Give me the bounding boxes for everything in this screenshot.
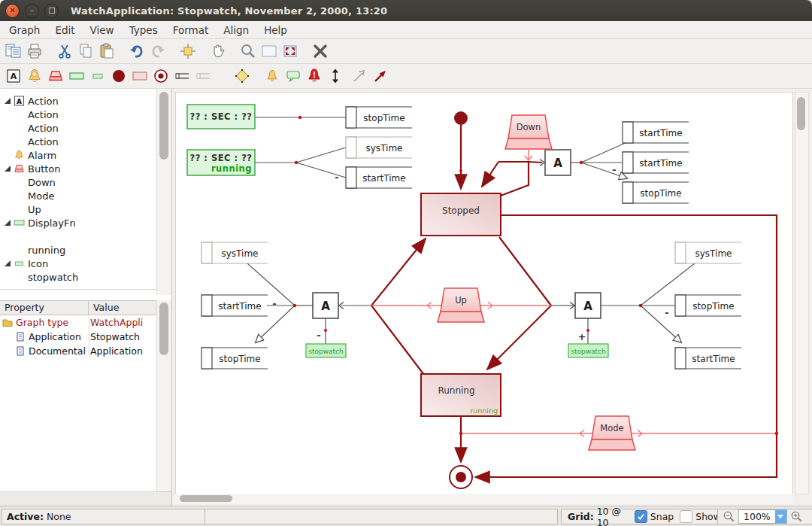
diagram-canvas[interactable]: - - - - - + ?? : SEC : ?? ?? : SEC : ?? … bbox=[175, 92, 793, 494]
minimize-icon[interactable]: – bbox=[25, 4, 39, 18]
key-mode[interactable]: Mode bbox=[589, 416, 635, 450]
key-down[interactable]: Down bbox=[505, 115, 552, 149]
add-point-icon[interactable] bbox=[177, 41, 198, 62]
expression-box-2[interactable]: ?? : SEC : ?? running bbox=[187, 150, 255, 175]
expression-box-1[interactable]: ?? : SEC : ?? bbox=[187, 105, 255, 129]
state-running[interactable]: Running running bbox=[421, 374, 501, 416]
field-systime[interactable]: sysTime bbox=[675, 242, 741, 263]
state-stopped[interactable]: Stopped bbox=[421, 193, 501, 236]
copy-icon[interactable] bbox=[75, 41, 96, 62]
document-properties-icon[interactable] bbox=[3, 41, 24, 62]
expander-icon[interactable] bbox=[3, 96, 12, 105]
tree-item-action-child[interactable]: Action bbox=[0, 135, 156, 148]
stopwatch-icon-left[interactable]: stopwatch bbox=[306, 344, 346, 357]
marquee-icon[interactable] bbox=[259, 41, 280, 62]
property-row-application[interactable]: Application Stopwatch bbox=[0, 330, 156, 344]
comment-tool-icon[interactable] bbox=[283, 65, 304, 87]
menu-align[interactable]: Align bbox=[216, 22, 256, 38]
pin-alarm-tool-icon[interactable] bbox=[262, 65, 283, 87]
close-icon[interactable]: ✕ bbox=[5, 4, 20, 18]
action-box-top[interactable]: A bbox=[545, 150, 571, 175]
field-starttime[interactable]: startTime bbox=[675, 348, 741, 369]
field-systime[interactable]: sysTime bbox=[346, 137, 412, 158]
alert-tool-icon[interactable] bbox=[304, 65, 325, 87]
zoom-icon[interactable] bbox=[238, 41, 259, 62]
icon-tool-icon[interactable] bbox=[87, 65, 108, 87]
tree-item-button[interactable]: Button bbox=[0, 162, 156, 175]
redo-icon[interactable] bbox=[147, 41, 168, 62]
tree-item-action[interactable]: A Action bbox=[0, 94, 156, 108]
zoom-level-select[interactable]: 100% bbox=[738, 509, 787, 524]
action-box-right[interactable]: A bbox=[575, 293, 601, 318]
tree-item-displayfn[interactable]: DisplayFn bbox=[0, 216, 156, 230]
field-stoptime[interactable]: stopTime bbox=[201, 348, 268, 369]
tree-item-running[interactable]: running bbox=[0, 243, 156, 257]
property-row-documentation[interactable]: Documental Application bbox=[0, 344, 156, 358]
arrow-transition-tool-icon[interactable] bbox=[370, 65, 391, 87]
field-tool-icon[interactable] bbox=[171, 65, 192, 87]
tree-item-icon[interactable]: Icon bbox=[0, 257, 156, 270]
tree-item-stopwatch[interactable]: stopwatch bbox=[0, 270, 156, 284]
initial-state-tool-icon[interactable] bbox=[108, 65, 129, 87]
paste-icon[interactable] bbox=[96, 41, 117, 62]
pan-hand-icon[interactable] bbox=[208, 41, 229, 62]
initial-state[interactable] bbox=[454, 111, 468, 125]
tree-item-alarm[interactable]: Alarm bbox=[0, 148, 156, 162]
tree-scrollbar[interactable] bbox=[156, 89, 171, 295]
zoom-in-icon[interactable] bbox=[790, 510, 803, 523]
displayfn-tool-icon[interactable] bbox=[66, 65, 87, 87]
alarm-tool-icon[interactable] bbox=[24, 65, 45, 87]
action-tool-icon[interactable]: A bbox=[3, 65, 24, 87]
tree-item-action-child[interactable]: Action bbox=[0, 108, 156, 121]
property-row-graph-type[interactable]: Graph type WatchAppli bbox=[0, 315, 156, 330]
final-state[interactable] bbox=[450, 466, 472, 488]
fit-window-icon[interactable] bbox=[280, 41, 301, 62]
menu-graph[interactable]: Graph bbox=[2, 22, 47, 38]
field-stoptime[interactable]: stopTime bbox=[623, 182, 689, 203]
action-box-left[interactable]: A bbox=[313, 293, 338, 318]
transition-down-loop bbox=[498, 162, 529, 196]
connector-tool-icon[interactable] bbox=[232, 65, 253, 87]
tree-item-up[interactable]: Up bbox=[0, 202, 156, 216]
expander-icon[interactable] bbox=[3, 259, 12, 268]
field-disabled-tool-icon[interactable] bbox=[192, 65, 214, 87]
undo-icon[interactable] bbox=[126, 41, 147, 62]
show-checkbox[interactable] bbox=[680, 510, 692, 523]
field-stoptime[interactable]: stopTime bbox=[346, 107, 412, 128]
menu-format[interactable]: Format bbox=[165, 22, 217, 38]
property-scrollbar[interactable] bbox=[156, 300, 171, 491]
chevron-down-icon[interactable] bbox=[775, 510, 786, 523]
print-icon[interactable] bbox=[24, 41, 45, 62]
maximize-icon[interactable] bbox=[44, 4, 59, 18]
canvas-horizontal-scrollbar[interactable] bbox=[175, 494, 793, 504]
field-starttime[interactable]: startTime bbox=[623, 122, 689, 143]
tree-item-mode[interactable]: Mode bbox=[0, 189, 156, 202]
menu-edit[interactable]: Edit bbox=[47, 22, 82, 38]
field-starttime[interactable]: startTime bbox=[201, 295, 268, 316]
state-tool-icon[interactable] bbox=[129, 65, 150, 87]
field-stoptime[interactable]: stopTime bbox=[675, 295, 741, 316]
field-systime[interactable]: sysTime bbox=[201, 242, 268, 263]
snap-checkbox[interactable] bbox=[635, 510, 647, 523]
menu-types[interactable]: Types bbox=[122, 22, 165, 38]
tree-item-action-child[interactable]: Action bbox=[0, 121, 156, 135]
field-starttime[interactable]: startTime bbox=[623, 152, 689, 173]
resize-vertical-tool-icon[interactable] bbox=[325, 65, 346, 87]
field-starttime[interactable]: startTime bbox=[346, 167, 412, 188]
cut-icon[interactable] bbox=[54, 41, 75, 62]
final-state-tool-icon[interactable] bbox=[150, 65, 171, 87]
tree-item-down[interactable]: Down bbox=[0, 175, 156, 189]
key-up[interactable]: Up bbox=[438, 288, 484, 322]
svg-text:stopTime: stopTime bbox=[640, 188, 681, 199]
delete-icon[interactable] bbox=[310, 41, 331, 62]
stopwatch-icon-right[interactable]: stopwatch bbox=[568, 344, 608, 357]
expander-icon[interactable] bbox=[3, 218, 12, 227]
canvas-vertical-scrollbar[interactable] bbox=[795, 92, 809, 494]
button-key-tool-icon[interactable] bbox=[45, 65, 66, 87]
menu-view[interactable]: View bbox=[83, 22, 122, 38]
grid-status: Grid: 10 @ 10 Snap Show bbox=[561, 509, 722, 524]
expander-icon[interactable] bbox=[3, 164, 12, 173]
zoom-out-icon[interactable] bbox=[723, 510, 735, 523]
menu-help[interactable]: Help bbox=[256, 22, 295, 38]
arrow-outline-tool-icon[interactable] bbox=[349, 65, 370, 87]
